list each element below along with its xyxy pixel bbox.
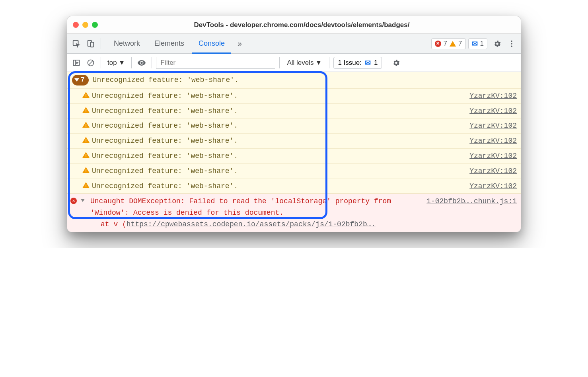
warning-source-link[interactable]: YzarzKV:102 xyxy=(469,90,517,102)
tab-console[interactable]: Console xyxy=(192,34,231,54)
chevron-down-icon: ▼ xyxy=(315,59,322,67)
warning-message: Unrecognized feature: 'web-share'. xyxy=(92,105,465,117)
close-window-button[interactable] xyxy=(73,22,79,28)
svg-point-5 xyxy=(511,45,512,47)
caret-down-icon[interactable] xyxy=(81,199,85,202)
warning-source-link[interactable]: YzarzKV:102 xyxy=(469,135,517,147)
warning-message: Unrecognized feature: 'web-share'. xyxy=(92,165,465,177)
window-title: DevTools - developer.chrome.com/docs/dev… xyxy=(108,21,495,29)
chevron-down-icon: ▼ xyxy=(119,59,125,67)
message-counters: ✕ 7 7 ✉ 1 xyxy=(431,38,487,49)
console-error-row[interactable]: ✕ 1-02bfb2b….chunk.js:1 Uncaught DOMExce… xyxy=(67,194,521,231)
caret-down-icon xyxy=(74,78,79,82)
warning-source-link[interactable]: YzarzKV:102 xyxy=(469,165,517,177)
warning-source-link[interactable]: YzarzKV:102 xyxy=(469,105,517,117)
titlebar: DevTools - developer.chrome.com/docs/dev… xyxy=(67,16,521,34)
warning-message: Unrecognized feature: 'web-share'. xyxy=(92,150,465,162)
console-warning-row[interactable]: Unrecognized feature: 'web-share'.YzarzK… xyxy=(67,134,521,149)
console-warning-row[interactable]: Unrecognized feature: 'web-share'.YzarzK… xyxy=(67,149,521,164)
more-tabs-button[interactable]: » xyxy=(234,39,246,48)
log-levels-selector[interactable]: All levels ▼ xyxy=(284,59,325,67)
error-count: 7 xyxy=(444,40,447,48)
error-icon: ✕ xyxy=(435,41,441,47)
warning-message: Unrecognized feature: 'web-share'. xyxy=(92,90,465,102)
error-source-link[interactable]: 1-02bfb2b….chunk.js:1 xyxy=(426,196,517,207)
live-expression-icon[interactable] xyxy=(136,57,148,69)
divider xyxy=(152,57,152,68)
group-count-badge[interactable]: 7 xyxy=(72,75,89,86)
tab-elements[interactable]: Elements xyxy=(148,34,191,54)
settings-icon[interactable] xyxy=(491,38,503,50)
error-message: Uncaught DOMException: Failed to read th… xyxy=(90,197,395,217)
device-toolbar-icon[interactable] xyxy=(85,38,97,50)
console-warning-row[interactable]: Unrecognized feature: 'web-share'.YzarzK… xyxy=(67,119,521,134)
traffic-lights xyxy=(73,22,98,28)
warning-source-link[interactable]: YzarzKV:102 xyxy=(469,181,517,192)
svg-point-4 xyxy=(511,43,512,45)
group-count: 7 xyxy=(81,75,85,86)
console-warning-row[interactable]: Unrecognized feature: 'web-share'.YzarzK… xyxy=(67,179,521,194)
issues-counter[interactable]: ✉ 1 xyxy=(468,38,487,49)
issues-count: 1 xyxy=(374,59,378,67)
divider xyxy=(101,57,101,68)
warning-count: 7 xyxy=(458,40,462,48)
divider xyxy=(329,57,329,68)
message-count: 1 xyxy=(480,40,484,48)
warning-icon xyxy=(450,41,456,47)
divider xyxy=(131,57,132,68)
panel-tabs: Network Elements Console xyxy=(107,34,231,53)
console-settings-icon[interactable] xyxy=(390,57,402,69)
inspect-element-icon[interactable] xyxy=(70,38,82,50)
message-icon: ✉ xyxy=(365,58,371,67)
more-options-icon[interactable] xyxy=(506,38,518,50)
warning-message: Unrecognized feature: 'web-share'. xyxy=(92,181,465,192)
console-output: 7 Unrecognized feature: 'web-share'. Unr… xyxy=(67,72,521,232)
levels-label: All levels xyxy=(287,59,313,67)
error-icon: ✕ xyxy=(70,198,77,204)
tab-network[interactable]: Network xyxy=(107,34,146,54)
devtools-window: DevTools - developer.chrome.com/docs/dev… xyxy=(67,16,521,232)
console-warning-row[interactable]: Unrecognized feature: 'web-share'.YzarzK… xyxy=(67,89,521,104)
warning-icon xyxy=(82,122,90,128)
trace-link[interactable]: https://cpwebassets.codepen.io/assets/pa… xyxy=(127,220,376,228)
show-sidebar-icon[interactable] xyxy=(70,57,82,69)
context-selector[interactable]: top ▼ xyxy=(105,59,127,67)
warning-message: Unrecognized feature: 'web-share'. xyxy=(92,135,465,147)
group-message: Unrecognized feature: 'web-share'. xyxy=(93,74,239,86)
console-toolbar: top ▼ All levels ▼ 1 Issue: ✉ 1 xyxy=(67,54,521,72)
trace-prefix: at v ( xyxy=(101,220,127,228)
error-warning-counter[interactable]: ✕ 7 7 xyxy=(431,38,466,49)
warning-source-link[interactable]: YzarzKV:102 xyxy=(469,150,517,162)
minimize-window-button[interactable] xyxy=(82,22,88,28)
console-warning-row[interactable]: Unrecognized feature: 'web-share'.YzarzK… xyxy=(67,164,521,179)
context-label: top xyxy=(107,59,117,67)
svg-point-3 xyxy=(511,40,512,42)
message-icon: ✉ xyxy=(472,39,478,48)
clear-console-icon[interactable] xyxy=(85,57,97,69)
warning-icon xyxy=(82,137,90,143)
console-group-header[interactable]: 7 Unrecognized feature: 'web-share'. xyxy=(67,72,521,89)
issues-label: 1 Issue: xyxy=(338,59,362,67)
divider xyxy=(386,57,386,68)
warning-icon xyxy=(82,182,90,188)
divider xyxy=(101,38,101,49)
warning-icon xyxy=(82,152,90,158)
divider xyxy=(279,57,280,68)
warning-icon xyxy=(82,167,90,173)
warning-source-link[interactable]: YzarzKV:102 xyxy=(469,120,517,132)
warning-message: Unrecognized feature: 'web-share'. xyxy=(92,120,465,132)
svg-line-9 xyxy=(89,61,93,65)
svg-rect-2 xyxy=(90,42,93,47)
tabs-row: Network Elements Console » ✕ 7 7 ✉ 1 xyxy=(67,34,521,54)
maximize-window-button[interactable] xyxy=(92,22,98,28)
console-warning-row[interactable]: Unrecognized feature: 'web-share'.YzarzK… xyxy=(67,104,521,119)
warning-icon xyxy=(82,92,90,98)
error-stack-trace: at v (https://cpwebassets.codepen.io/ass… xyxy=(90,219,517,230)
issues-button[interactable]: 1 Issue: ✉ 1 xyxy=(333,57,382,69)
filter-input[interactable] xyxy=(156,57,275,69)
warning-icon xyxy=(82,107,90,113)
